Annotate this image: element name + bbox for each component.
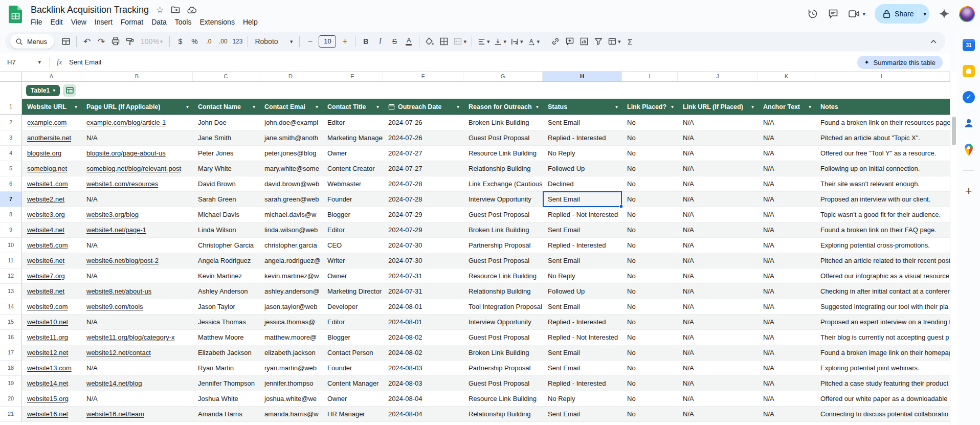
cell[interactable]: Replied - Interested [543,315,622,330]
cell[interactable]: N/A [758,315,815,330]
cell-link[interactable]: blogsite.org/page-about-us [81,146,193,161]
keep-icon[interactable] [963,65,975,77]
cell[interactable]: N/A [758,253,815,269]
cell[interactable]: No [622,115,678,130]
fill-color-button[interactable] [423,35,436,48]
row-header-10[interactable]: 10 [0,238,22,253]
text-rotation-button[interactable]: A ▾ [526,35,542,48]
cell[interactable]: No [622,407,678,422]
cell[interactable]: Pitched an article about "Topic X". [815,130,950,146]
cell[interactable]: N/A [678,391,758,407]
column-dropdown-icon[interactable]: ▾ [75,104,77,109]
cell[interactable]: N/A [758,299,815,315]
cell[interactable]: Joshua White [193,391,259,407]
cell-link[interactable]: someblog.net [22,161,81,176]
cell[interactable]: N/A [678,222,758,238]
cell[interactable]: Ashley Anderson [193,284,259,299]
formula-input[interactable]: Sent Email [69,58,101,66]
cell-link[interactable]: blogsite.org [22,146,81,161]
cell[interactable]: No [622,284,678,299]
cell[interactable]: 2024-07-27 [383,146,463,161]
font-select[interactable]: Roboto▾ [252,35,296,48]
cell-link[interactable]: website10.net [22,315,81,330]
cell[interactable]: N/A [758,376,815,391]
column-header-G[interactable]: G [463,72,543,81]
vertical-align-button[interactable]: ▾ [492,35,508,48]
cell[interactable]: Jennifer Thompson [193,376,259,391]
column-header-H[interactable]: H [543,72,622,81]
doc-title[interactable]: Backlink Acquisition Tracking [31,5,149,15]
cell-link[interactable]: website12.net/contact [81,345,193,361]
cell[interactable]: Angela Rodriguez [193,253,259,269]
cell[interactable]: Sent Email [543,253,622,269]
cell[interactable]: N/A [758,207,815,222]
cell[interactable]: N/A [678,299,758,315]
cell-link[interactable]: someblog.net/blog/relevant-post [81,161,193,176]
column-dropdown-icon[interactable]: ▾ [457,104,459,109]
cell-link[interactable]: website14.net [22,376,81,391]
paint-format-button[interactable] [123,35,137,48]
cell[interactable]: No [622,330,678,345]
tasks-icon[interactable]: ✓ [963,91,975,103]
cell[interactable]: Owner [322,146,383,161]
row-header-4[interactable]: 4 [0,146,22,161]
cell[interactable]: N/A [758,407,815,422]
cell-link[interactable]: website11.org [22,330,81,345]
cell-link[interactable]: website7.org [22,269,81,284]
cell[interactable]: Offered our white paper as a downloadabl… [815,391,950,407]
format-currency-button[interactable]: $ [173,35,187,48]
menu-data[interactable]: Data [147,17,171,27]
cell[interactable]: No [622,146,678,161]
cell[interactable]: Kevin Martinez [193,269,259,284]
column-dropdown-icon[interactable]: ▾ [615,104,618,109]
cell[interactable]: N/A [758,238,815,253]
create-filter-button[interactable] [592,35,605,48]
cell[interactable]: No [622,238,678,253]
text-wrap-button[interactable]: ▾ [509,35,525,48]
select-all-corner[interactable] [0,72,22,82]
print-button[interactable] [109,35,122,48]
cell[interactable]: Checking in after initial contact at a c… [815,284,950,299]
cell[interactable]: No [622,207,678,222]
cell-link[interactable]: website6.net/blog/post-2 [81,253,193,269]
cell[interactable]: 2024-08-02 [383,345,463,361]
row-header-6[interactable]: 6 [0,176,22,192]
cell[interactable]: joshua.white@we [259,391,322,407]
cell[interactable]: Founder [322,361,383,376]
menu-view[interactable]: View [67,17,91,27]
row-header-5[interactable]: 5 [0,161,22,176]
menu-file[interactable]: File [27,17,47,27]
cell[interactable]: N/A [678,238,758,253]
menus-search-button[interactable]: Menus [10,34,54,49]
cell[interactable]: Declined [543,176,622,192]
cell[interactable]: Editor [322,115,383,130]
cell[interactable]: jane.smith@anoth [259,130,322,146]
cell[interactable]: N/A [678,192,758,207]
column-header-F[interactable]: F [383,72,463,81]
cell[interactable]: 2024-07-30 [383,238,463,253]
cell[interactable]: Their blog is currently not accepting gu… [815,330,950,345]
decrease-decimal-button[interactable]: .0 [202,35,215,48]
cell-link[interactable]: website8.net [22,284,81,299]
column-dropdown-icon[interactable]: ▾ [751,104,754,109]
header-cell-notes[interactable]: Notes [815,99,950,115]
cell[interactable]: Pitched a case study featuring their pro… [815,376,950,391]
strikethrough-button[interactable]: S [388,35,401,48]
increase-font-size-button[interactable]: + [338,35,351,48]
maps-icon[interactable] [964,143,974,156]
menu-edit[interactable]: Edit [47,17,67,27]
cell[interactable]: mary.white@some [259,161,322,176]
cell[interactable]: jessica.thomas@ [259,315,322,330]
header-cell-contact-title[interactable]: Contact Title▾ [322,99,383,115]
header-cell-anchor-text[interactable]: Anchor Text▾ [758,99,815,115]
cell[interactable]: N/A [81,130,193,146]
cell[interactable]: 2024-07-31 [383,269,463,284]
cell[interactable]: 2024-08-01 [383,315,463,330]
cell[interactable]: N/A [758,222,815,238]
cell[interactable]: Founder [322,192,383,207]
hide-toolbar-button[interactable] [927,35,940,48]
cell[interactable]: N/A [678,407,758,422]
cell[interactable]: Replied - Interested [543,130,622,146]
cell[interactable]: No [622,345,678,361]
cell-link[interactable]: website14.net/blog [81,376,193,391]
